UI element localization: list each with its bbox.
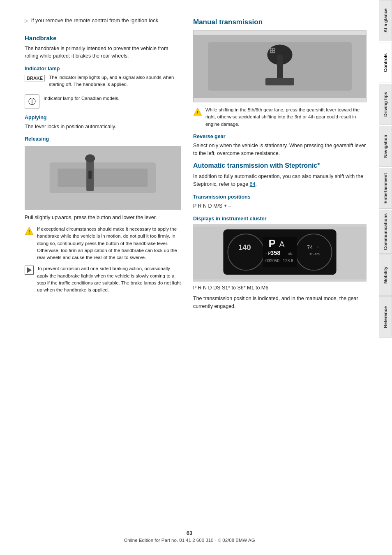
manual-warning-icon: !: [193, 107, 202, 116]
manual-trans-image: ⊞: [193, 30, 367, 102]
canadian-icon: ⓘ: [25, 94, 39, 109]
tab-controls[interactable]: Controls: [379, 42, 392, 83]
brake-badge: BRAKE: [25, 75, 45, 81]
instrument-cluster-image: 140 74 T 15 am P A →P 358: [193, 224, 367, 282]
svg-text:15 am: 15 am: [309, 252, 320, 256]
warning-text-1: If exceptional circumstances should make…: [37, 226, 181, 261]
cluster-caption: P R N D DS S1* to S6* M1 to M6: [193, 284, 367, 292]
tab-driving-tips[interactable]: Driving tips: [379, 84, 392, 125]
svg-text:123.8: 123.8: [283, 258, 293, 263]
displays-heading: Displays in instrument cluster: [193, 216, 367, 222]
tab-communications[interactable]: Communications: [379, 210, 392, 254]
svg-rect-5: [88, 171, 92, 179]
footer-text: Online Edition for Part no. 01 41 2 600 …: [0, 538, 379, 543]
canadian-symbol: ⓘ: [28, 97, 36, 106]
reverse-gear-heading: Reverse gear: [193, 134, 367, 139]
indicator-lamp-brake: BRAKE The indicator lamp lights up, and …: [25, 74, 181, 88]
note-box-1: To prevent corrosion and one-sided braki…: [25, 265, 181, 294]
svg-text:T: T: [317, 245, 319, 249]
tab-reference[interactable]: Reference: [379, 296, 392, 338]
indicator-lamp-heading: Indicator lamp: [25, 66, 181, 72]
handbrake-section: Handbrake The handbrake is primarily int…: [25, 35, 181, 294]
svg-text:032050: 032050: [265, 258, 279, 263]
handbrake-heading: Handbrake: [25, 35, 181, 42]
handbrake-intro: The handbrake is primarily intended to p…: [25, 45, 181, 60]
page-number: 63: [0, 530, 379, 536]
sidebar-tabs: At a glance Controls Driving tips Naviga…: [379, 0, 392, 555]
svg-text:74: 74: [307, 244, 313, 250]
svg-text:→P: →P: [264, 251, 271, 255]
tab-at-a-glance[interactable]: At a glance: [379, 0, 392, 41]
svg-text:mls: mls: [287, 251, 293, 255]
page-footer: 63 Online Edition for Part no. 01 41 2 6…: [0, 530, 379, 543]
note-box-icon: [25, 266, 34, 275]
note-text-1: To prevent corrosion and one-sided braki…: [37, 265, 181, 294]
note-arrow-icon: [27, 267, 32, 273]
releasing-heading: Releasing: [25, 136, 181, 142]
indicator-lamp-canadian: ⓘ Indicator lamp for Canadian models.: [25, 92, 181, 109]
transmission-positions-heading: Transmission positions: [193, 194, 367, 200]
manual-trans-warning: ! While shifting in the 5th/6th gear lan…: [193, 106, 367, 128]
warning-box-1: ! If exceptional circumstances should ma…: [25, 226, 181, 261]
releasing-image: [25, 146, 181, 210]
svg-text:A: A: [279, 240, 285, 249]
right-column: Manual transmission ⊞: [193, 16, 367, 539]
svg-text:P: P: [268, 238, 275, 249]
automatic-transmission-section: Automatic transmission with Steptronic* …: [193, 162, 367, 310]
cluster-description: The transmission position is indicated, …: [193, 295, 367, 310]
svg-rect-2: [58, 169, 148, 187]
svg-text:358: 358: [270, 249, 280, 256]
reverse-gear-text: Select only when the vehicle is stationa…: [193, 142, 367, 157]
svg-text:⊞: ⊞: [269, 46, 276, 55]
manual-transmission-section: Manual transmission ⊞: [193, 18, 367, 157]
tab-mobility[interactable]: Mobility: [379, 254, 392, 296]
applying-text: The lever locks in position automaticall…: [25, 123, 181, 131]
svg-text:!: !: [28, 229, 30, 234]
svg-text:!: !: [197, 110, 198, 115]
svg-point-4: [85, 155, 95, 163]
tab-navigation[interactable]: Navigation: [379, 126, 392, 167]
canadian-label: Indicator lamp for Canadian models.: [44, 95, 120, 102]
manual-trans-warning-text: While shifting in the 5th/6th gear lane,…: [205, 106, 367, 128]
svg-text:140: 140: [238, 243, 251, 251]
releasing-caption: Pull slightly upwards, press the button …: [25, 214, 181, 222]
main-content: ▷ if you remove the remote control from …: [0, 0, 379, 555]
left-column: ▷ if you remove the remote control from …: [25, 16, 181, 539]
page-container: ▷ if you remove the remote control from …: [0, 0, 392, 555]
svg-rect-12: [265, 78, 294, 86]
manual-transmission-heading: Manual transmission: [193, 18, 367, 26]
transmission-positions-text: P R N D M/S + –: [193, 202, 367, 210]
automatic-intro: In addition to fully automatic operation…: [193, 173, 367, 188]
applying-heading: Applying: [25, 115, 181, 120]
bullet-triangle-icon: ▷: [25, 17, 28, 24]
bullet-intro: ▷ if you remove the remote control from …: [25, 16, 181, 25]
automatic-transmission-heading: Automatic transmission with Steptronic*: [193, 162, 367, 169]
bullet-intro-text: if you remove the remote control from th…: [31, 16, 158, 25]
warning-triangle-icon: !: [25, 227, 34, 236]
brake-description: The indicator lamp lights up, and a sign…: [49, 74, 181, 88]
tab-entertainment[interactable]: Entertainment: [379, 168, 392, 209]
page-64-link[interactable]: 64: [250, 181, 256, 187]
